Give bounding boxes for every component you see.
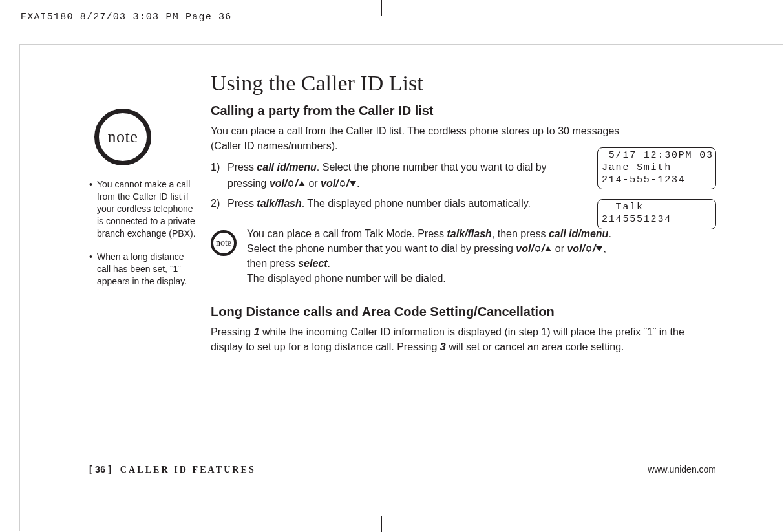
chevron-down-icon: [596, 246, 602, 251]
crop-mark: [381, 516, 382, 532]
body-paragraph: Pressing 1 while the incoming Caller ID …: [211, 325, 689, 354]
ringer-icon: [339, 180, 346, 187]
key-talk-flash: talk/flash: [257, 198, 301, 209]
trim-line: [19, 44, 20, 531]
page-number: [ 36 ]: [89, 464, 111, 474]
footer-url: www.uniden.com: [648, 464, 716, 474]
chevron-down-icon: [350, 181, 356, 186]
section-heading: Long Distance calls and Area Code Settin…: [211, 304, 702, 319]
section-heading: Calling a party from the Caller ID list: [211, 103, 702, 118]
trim-line: [19, 44, 783, 45]
margin-note-item: You cannot make a call from the Caller I…: [89, 178, 199, 239]
crop-mark: [374, 524, 389, 524]
section-label: CALLER ID FEATURES: [120, 465, 256, 474]
key-call-id-menu: call id/menu: [257, 162, 316, 173]
lcd-screenshot-talk: Talk 2145551234: [597, 199, 716, 229]
chevron-up-icon: [299, 181, 305, 186]
lcd-screenshot-caller-id: 5/17 12:30PM 03 Jane Smith 214-555-1234: [597, 147, 716, 189]
ringer-icon: [585, 245, 593, 253]
inline-note: note You can place a call from Talk Mode…: [211, 226, 611, 286]
page-title: Using the Caller ID List: [211, 71, 702, 96]
ringer-icon: [287, 180, 295, 187]
key-vol-up: vol/: [270, 178, 288, 189]
page-footer: [ 36 ] CALLER ID FEATURES www.uniden.com: [89, 464, 716, 475]
margin-note-block: note You cannot make a call from the Cal…: [89, 109, 199, 299]
imposition-header: EXAI5180 8/27/03 3:03 PM Page 36: [21, 12, 231, 23]
margin-note-item: When a long distance call has been set, …: [89, 251, 199, 288]
key-vol-down: vol/: [321, 178, 339, 189]
ringer-icon: [534, 245, 542, 253]
note-icon: note: [211, 230, 237, 256]
note-icon: note: [94, 109, 151, 165]
lead-paragraph: You can place a call from the Caller ID …: [211, 123, 650, 153]
crop-mark: [374, 8, 389, 8]
chevron-up-icon: [545, 246, 551, 251]
